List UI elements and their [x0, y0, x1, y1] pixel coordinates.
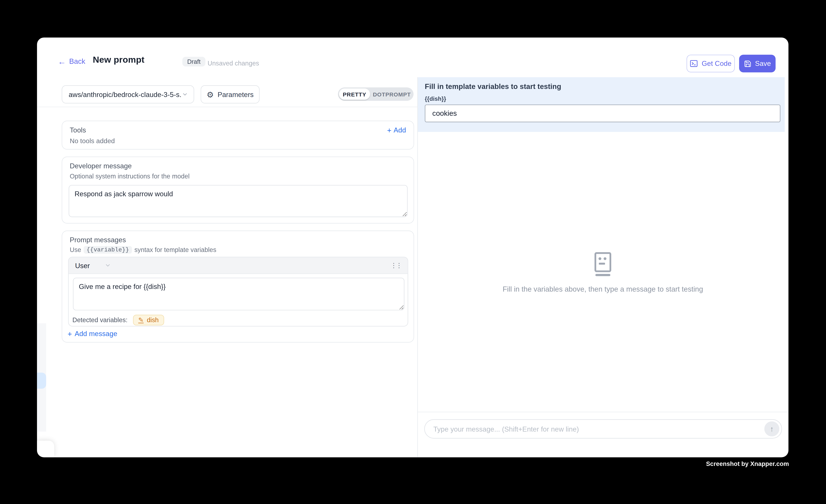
terminal-icon — [690, 60, 698, 68]
variable-chip-label: dish — [147, 316, 159, 324]
prompt-messages-card: Prompt messages Use {{variable}} syntax … — [62, 231, 414, 342]
page-title: New prompt — [93, 55, 144, 65]
prompt-messages-title: Prompt messages — [70, 236, 126, 244]
prompt-messages-subtitle: Use {{variable}} syntax for template var… — [70, 246, 216, 253]
robot-face-icon — [592, 252, 613, 276]
detected-variables-label: Detected variables: — [72, 316, 128, 324]
message-block: User ⋮⋮ Give me a recipe for {{dish}} De… — [68, 257, 408, 326]
role-select-value: User — [75, 261, 90, 269]
view-mode-toggle[interactable]: PRETTY DOTPROMPT — [338, 87, 414, 101]
variable-name-label: {{dish}} — [425, 96, 446, 102]
toggle-option-pretty[interactable]: PRETTY — [339, 88, 370, 100]
template-variables-panel: Fill in template variables to start test… — [418, 77, 785, 132]
parameters-label: Parameters — [218, 90, 254, 98]
subtitle-suffix: syntax for template variables — [134, 246, 216, 253]
chat-input-divider — [418, 412, 788, 412]
role-select[interactable]: User — [75, 261, 111, 269]
tools-title: Tools — [70, 126, 86, 134]
chat-message-input[interactable] — [424, 419, 782, 439]
toolbar-divider — [37, 107, 417, 107]
gear-icon: ⚙ — [206, 90, 214, 98]
developer-message-title: Developer message — [70, 162, 132, 170]
model-selector-value: aws/anthropic/bedrock-claude-3-5-s... — [69, 90, 182, 98]
chevron-down-icon — [182, 91, 188, 98]
variable-syntax-chip: {{variable}} — [84, 246, 132, 253]
back-button[interactable]: ← Back — [58, 57, 85, 65]
add-message-button[interactable]: + Add message — [68, 330, 117, 338]
plus-icon: + — [387, 126, 392, 134]
background-sidebar-active-item — [37, 373, 46, 389]
save-button[interactable]: Save — [739, 55, 775, 72]
back-label: Back — [69, 57, 85, 65]
back-arrow-icon: ← — [58, 57, 66, 65]
variable-value-input[interactable] — [425, 105, 780, 122]
parameters-button[interactable]: ⚙ Parameters — [201, 85, 259, 104]
get-code-button[interactable]: Get Code — [687, 55, 735, 72]
detected-variables-row: Detected variables: ✎ dish — [72, 315, 164, 325]
message-role-header: User ⋮⋮ — [69, 257, 408, 274]
message-textarea[interactable]: Give me a recipe for {{dish}} — [73, 278, 405, 310]
save-icon — [744, 60, 751, 67]
developer-message-textarea[interactable]: Respond as jack sparrow would — [69, 185, 408, 217]
tools-card: Tools + Add No tools added — [62, 121, 414, 149]
add-tool-button[interactable]: + Add — [387, 126, 406, 134]
chat-empty-state: Fill in the variables above, then type a… — [417, 252, 788, 293]
subtitle-prefix: Use — [70, 246, 81, 253]
drag-handle-icon[interactable]: ⋮⋮ — [391, 262, 401, 269]
watermark-text: Screenshot by Xnapper.com — [706, 460, 789, 467]
screenshot-stage: ← Back New prompt Draft Unsaved changes … — [0, 0, 826, 504]
variable-chip-dish[interactable]: ✎ dish — [133, 315, 164, 325]
get-code-label: Get Code — [702, 60, 731, 68]
up-arrow-icon: ↑ — [770, 425, 774, 433]
send-button[interactable]: ↑ — [764, 422, 779, 436]
background-popover-fragment — [37, 441, 54, 457]
tools-empty-text: No tools added — [70, 137, 115, 145]
template-variables-header: Fill in template variables to start test… — [425, 82, 561, 90]
prompt-editor-window: ← Back New prompt Draft Unsaved changes … — [37, 38, 788, 457]
model-selector[interactable]: aws/anthropic/bedrock-claude-3-5-s... — [62, 85, 194, 104]
developer-message-card: Developer message Optional system instru… — [62, 156, 414, 224]
chat-empty-text: Fill in the variables above, then type a… — [503, 285, 703, 293]
toggle-option-dotprompt[interactable]: DOTPROMPT — [370, 88, 413, 100]
chevron-down-icon — [105, 262, 111, 268]
chat-input-area: ↑ — [424, 419, 782, 439]
status-badge: Draft — [182, 57, 205, 66]
unsaved-changes-text: Unsaved changes — [208, 60, 259, 67]
add-tool-label: Add — [394, 126, 406, 134]
plus-icon: + — [68, 330, 72, 337]
developer-message-subtitle: Optional system instructions for the mod… — [70, 173, 189, 180]
pencil-icon: ✎ — [138, 317, 143, 323]
save-label: Save — [755, 60, 771, 68]
add-message-label: Add message — [75, 330, 117, 338]
